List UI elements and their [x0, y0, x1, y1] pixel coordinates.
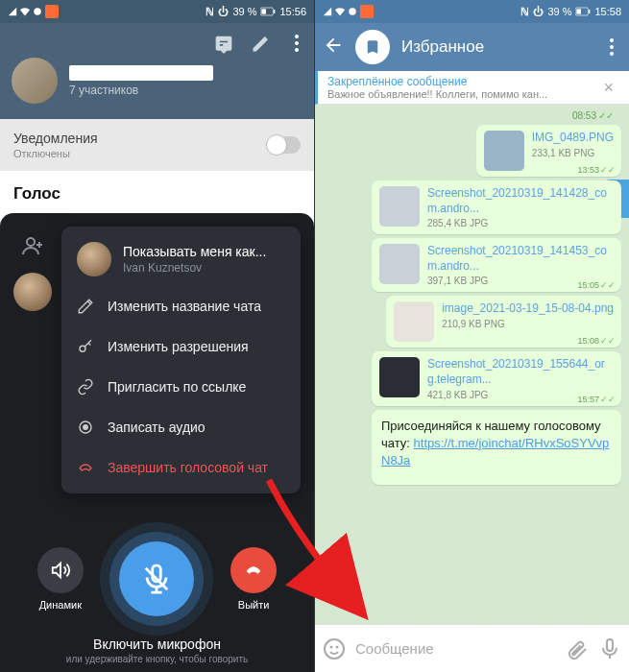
close-icon[interactable]: ×	[597, 78, 619, 98]
file-thumbnail[interactable]	[379, 244, 420, 284]
status-bar: ℕ ⏻ 39 % 15:56	[0, 0, 314, 23]
status-bar: ℕ ⏻ 39 % 15:58	[315, 0, 629, 23]
mic-hint-title: Включить микрофон	[0, 636, 314, 652]
pinned-message[interactable]: Закреплённое сообщение Важное объявление…	[315, 71, 629, 105]
menu-edit-title[interactable]: Изменить название чата	[61, 286, 301, 326]
message-input[interactable]: Сообщение	[355, 640, 556, 657]
mic-button[interactable]	[119, 541, 194, 616]
participant-avatar[interactable]	[13, 273, 52, 311]
menu-end-voice-chat[interactable]: Завершить голосовой чат	[61, 447, 301, 488]
back-icon[interactable]	[323, 35, 344, 60]
attach-icon[interactable]	[566, 637, 589, 660]
chat-body[interactable]: 08:53 ✓✓ IMG_0489.PNG 233,1 KB PNG 13:53…	[315, 105, 629, 624]
group-avatar[interactable]	[12, 58, 58, 104]
invite-link[interactable]: https://t.me/joinchat/RHvxSoSYVvpN8Ja	[381, 436, 609, 468]
text-message[interactable]: Присоединяйся к нашему голосовому чату: …	[372, 410, 621, 486]
pinned-sub: Важное объявление!! Коллеги, помимо кан.…	[327, 88, 577, 100]
group-subtitle: 7 участников	[69, 84, 213, 97]
notification-icon	[360, 5, 374, 18]
menu-invite-link[interactable]: Пригласить по ссылке	[61, 367, 301, 407]
file-thumbnail[interactable]	[379, 186, 420, 227]
phone-right: ℕ ⏻ 39 % 15:58 Избранное Закреплённое со…	[315, 0, 629, 672]
download-icon[interactable]	[484, 131, 524, 171]
svg-point-4	[27, 238, 35, 246]
group-name	[69, 65, 213, 81]
battery-text: 39 %	[232, 6, 256, 17]
svg-point-16	[336, 645, 339, 648]
svg-point-5	[80, 346, 85, 351]
add-user-icon[interactable]	[17, 230, 48, 261]
svg-point-15	[330, 645, 333, 648]
emoji-icon[interactable]	[323, 637, 346, 660]
notifications-row[interactable]: Уведомления Отключены	[0, 119, 314, 171]
msg-time: 08:53 ✓✓	[572, 110, 614, 121]
mic-hint-sub: или удерживайте кнопку, чтобы говорить	[0, 654, 314, 664]
file-message[interactable]: Screenshot_20210319_141453_com.andro... …	[372, 238, 621, 292]
svg-point-0	[34, 8, 41, 15]
chat-title: Избранное	[401, 37, 591, 57]
leave-button[interactable]: Выйти	[230, 547, 277, 611]
voice-chat-panel: Показывать меня как... Ivan Kuznetsov Из…	[0, 213, 314, 672]
notif-toggle[interactable]	[268, 136, 301, 154]
svg-rect-12	[589, 10, 590, 13]
menu-header-title: Показывать меня как...	[123, 244, 266, 259]
group-header: 7 участников	[0, 23, 314, 119]
more-icon[interactable]	[602, 38, 621, 56]
input-bar: Сообщение	[315, 624, 629, 672]
context-menu: Показывать меня как... Ivan Kuznetsov Из…	[61, 227, 301, 493]
file-thumbnail[interactable]	[394, 301, 434, 342]
saved-messages-avatar[interactable]	[355, 30, 390, 64]
svg-point-9	[349, 8, 356, 15]
file-message[interactable]: image_2021-03-19_15-08-04.png 210,9 KB P…	[386, 296, 621, 348]
file-message[interactable]: Screenshot_20210319_141428_com.andro... …	[372, 180, 621, 234]
notif-sub: Отключены	[13, 148, 98, 159]
speaker-button[interactable]: Динамик	[37, 547, 84, 611]
svg-rect-11	[577, 9, 582, 13]
menu-header-sub: Ivan Kuznetsov	[123, 261, 266, 275]
svg-point-7	[84, 425, 88, 430]
menu-record-audio[interactable]: Записать аудио	[61, 407, 301, 447]
clock-text: 15:56	[279, 6, 306, 17]
mic-icon[interactable]	[598, 637, 621, 660]
clock-text: 15:58	[594, 6, 621, 17]
edit-icon[interactable]	[251, 35, 270, 54]
user-avatar	[77, 242, 111, 276]
menu-permissions[interactable]: Изменить разрешения	[61, 326, 301, 367]
more-icon[interactable]	[287, 35, 306, 54]
battery-text: 39 %	[547, 6, 571, 17]
svg-rect-3	[274, 10, 275, 13]
notification-icon	[45, 5, 59, 18]
svg-rect-2	[262, 9, 267, 13]
voice-chat-title: Голос	[0, 171, 314, 211]
file-thumbnail[interactable]	[379, 357, 420, 397]
svg-point-14	[325, 639, 344, 659]
file-message[interactable]: Screenshot_20210319_155644_org.telegram.…	[372, 351, 621, 405]
phone-left: ℕ ⏻ 39 % 15:56 7 участников Уведомления …	[0, 0, 314, 672]
announcement-icon[interactable]	[214, 35, 233, 54]
chat-header: Избранное	[315, 23, 629, 71]
menu-header[interactable]: Показывать меня как... Ivan Kuznetsov	[61, 232, 301, 286]
pinned-title: Закреплённое сообщение	[327, 75, 597, 88]
notif-title: Уведомления	[13, 131, 98, 146]
file-message[interactable]: IMG_0489.PNG 233,1 KB PNG 13:53 ✓✓	[476, 125, 621, 177]
